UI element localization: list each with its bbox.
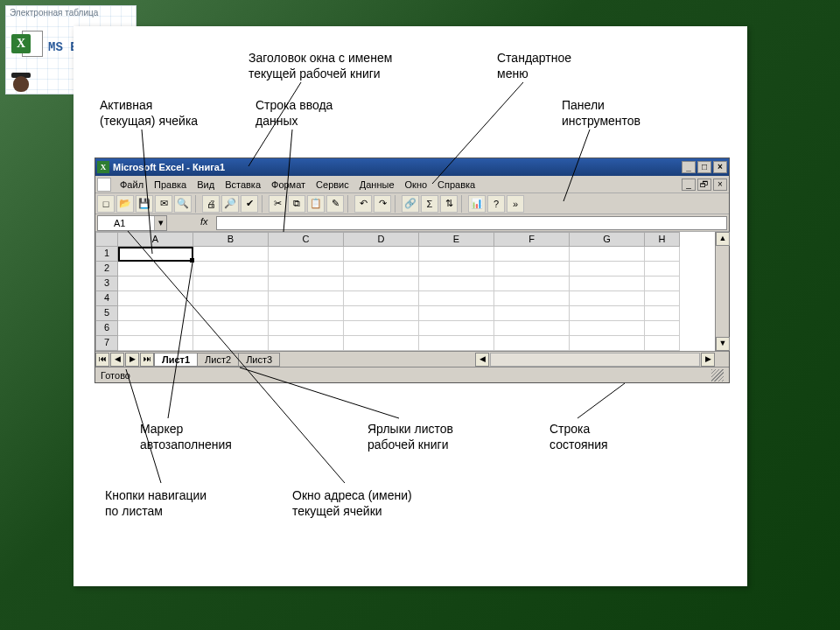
open-icon[interactable]: 📂 [116,195,134,213]
cell[interactable] [269,291,344,306]
cell[interactable] [419,321,494,336]
select-all-corner[interactable] [95,232,118,247]
cell[interactable] [419,247,494,262]
cell[interactable] [494,276,570,291]
row-header[interactable]: 5 [95,306,118,321]
menu-tools[interactable]: Сервис [311,178,354,192]
cell[interactable] [494,321,570,336]
maximize-button[interactable]: □ [697,161,711,173]
cell[interactable] [193,276,269,291]
cell[interactable] [193,306,269,321]
name-box-dropdown-icon[interactable]: ▾ [154,216,166,230]
cell[interactable] [494,247,570,262]
cell[interactable] [645,276,680,291]
scroll-left-icon[interactable]: ◀ [475,353,489,367]
col-header[interactable]: C [269,232,344,247]
row-header[interactable]: 3 [95,276,118,291]
formula-bar[interactable] [216,216,727,230]
cell[interactable] [193,321,269,336]
cell[interactable] [269,321,344,336]
sheet-tab[interactable]: Лист1 [154,353,198,367]
cell[interactable] [494,336,570,351]
cell[interactable] [118,306,193,321]
cell[interactable] [344,291,419,306]
row-header[interactable]: 2 [95,262,118,276]
scroll-up-icon[interactable]: ▲ [716,232,730,246]
col-header[interactable]: D [344,232,419,247]
menu-window[interactable]: Окно [400,178,433,192]
cell[interactable] [419,262,494,276]
cell[interactable] [193,336,269,351]
copy-icon[interactable]: ⧉ [288,195,305,213]
col-header[interactable]: A [118,232,193,247]
cell[interactable] [570,276,645,291]
hyperlink-icon[interactable]: 🔗 [402,195,419,213]
row-header[interactable]: 4 [95,291,118,306]
cell[interactable] [494,306,570,321]
menu-help[interactable]: Справка [432,178,480,192]
sheet-tab[interactable]: Лист2 [197,353,239,367]
cell[interactable] [645,306,680,321]
col-header[interactable]: G [570,232,645,247]
minimize-button[interactable]: _ [682,161,696,173]
chart-icon[interactable]: 📊 [468,195,486,213]
resize-grip-icon[interactable] [711,369,724,382]
doc-close-button[interactable]: × [713,178,727,191]
help-icon[interactable]: ? [487,195,505,213]
cell[interactable] [570,306,645,321]
col-header[interactable]: E [419,232,494,247]
cell[interactable] [269,247,344,262]
cell[interactable] [269,276,344,291]
cell[interactable] [193,262,269,276]
standard-toolbar[interactable]: □ 📂 💾 ✉ 🔍 🖨 🔎 ✔ ✂ ⧉ 📋 ✎ ↶ ↷ 🔗 Σ [95,193,729,214]
horizontal-scrollbar[interactable]: ◀ ▶ [287,353,715,367]
cell[interactable] [645,247,680,262]
sort-icon[interactable]: ⇅ [440,195,458,213]
menu-view[interactable]: Вид [192,178,220,192]
cell[interactable] [118,276,193,291]
new-icon[interactable]: □ [97,195,115,213]
cell[interactable] [118,321,193,336]
col-header[interactable]: H [645,232,680,247]
cell[interactable] [193,291,269,306]
cell[interactable] [645,262,680,276]
doc-icon[interactable] [97,178,111,192]
sheet-nav-last-icon[interactable]: ⏭ [140,353,154,367]
menu-insert[interactable]: Вставка [220,178,266,192]
menu-format[interactable]: Формат [266,178,311,192]
doc-minimize-button[interactable]: _ [682,178,696,191]
cell[interactable] [419,336,494,351]
redo-icon[interactable]: ↷ [374,195,391,213]
search-icon[interactable]: 🔍 [174,195,192,213]
scroll-track[interactable] [490,353,700,367]
cell[interactable] [269,262,344,276]
cell[interactable] [344,321,419,336]
cell[interactable] [118,262,193,276]
cell[interactable] [344,336,419,351]
cell[interactable] [570,336,645,351]
cell[interactable] [419,306,494,321]
print-icon[interactable]: 🖨 [202,195,220,213]
sheet-nav-prev-icon[interactable]: ◀ [110,353,124,367]
col-header[interactable]: B [193,232,269,247]
cell[interactable] [269,306,344,321]
save-icon[interactable]: 💾 [136,195,153,213]
col-header[interactable]: F [494,232,570,247]
fx-icon[interactable]: fx [200,216,214,230]
cell[interactable] [494,291,570,306]
cell[interactable] [494,262,570,276]
cell[interactable] [645,321,680,336]
scroll-down-icon[interactable]: ▼ [716,337,730,351]
spell-icon[interactable]: ✔ [241,195,258,213]
cell[interactable] [344,306,419,321]
cell[interactable] [570,291,645,306]
cut-icon[interactable]: ✂ [269,195,286,213]
autosum-icon[interactable]: Σ [421,195,438,213]
sheet-nav-next-icon[interactable]: ▶ [125,353,139,367]
row-header[interactable]: 1 [95,247,118,262]
doc-restore-button[interactable]: 🗗 [697,178,711,191]
sheet-nav-first-icon[interactable]: ⏮ [95,353,109,367]
titlebar[interactable]: X Microsoft Excel - Книга1 _ □ × [95,158,729,176]
mail-icon[interactable]: ✉ [155,195,172,213]
cell-a1[interactable] [118,247,193,262]
